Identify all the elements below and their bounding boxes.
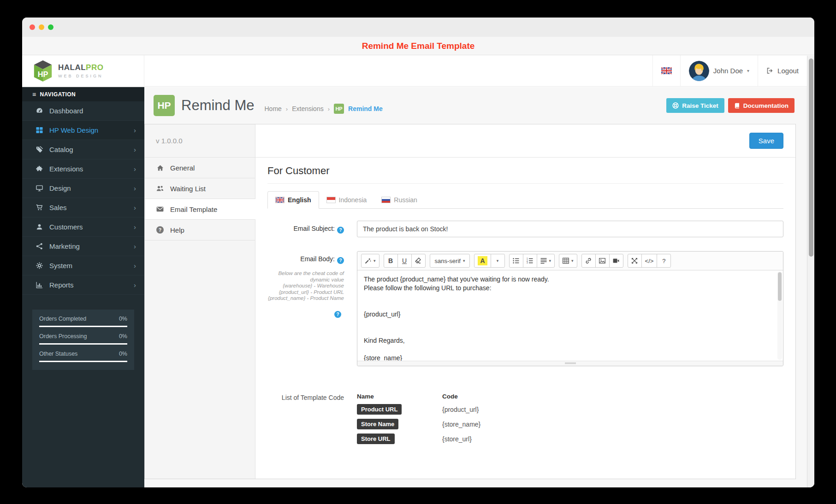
video-button[interactable] xyxy=(609,254,623,268)
editor-help-button[interactable]: ? xyxy=(657,254,671,268)
image-button[interactable] xyxy=(595,254,610,268)
stat-value: 0% xyxy=(119,333,127,340)
menu-item-waiting-list[interactable]: Waiting List xyxy=(145,178,255,199)
sidebar-item-sales[interactable]: Sales › xyxy=(22,198,144,217)
sidebar-item-customers[interactable]: Customers › xyxy=(22,217,144,237)
editor-scrollbar[interactable] xyxy=(777,271,782,360)
breadcrumb: Home › Extensions › HP Remind Me xyxy=(265,104,383,114)
sidebar-item-dashboard[interactable]: Dashboard xyxy=(22,101,144,121)
editor-scrollbar-thumb[interactable] xyxy=(778,272,782,301)
progress-bar xyxy=(39,361,127,362)
logout-button[interactable]: Logout xyxy=(758,55,807,86)
help-tooltip-icon[interactable]: ? xyxy=(334,311,341,318)
font-family-dropdown[interactable]: sans-serif▾ xyxy=(430,254,470,268)
section-divider xyxy=(267,183,783,184)
underline-button[interactable]: U xyxy=(397,254,412,268)
numbered-list-icon: 123 xyxy=(527,258,533,264)
resize-grip-icon xyxy=(565,363,576,365)
save-button[interactable]: Save xyxy=(749,133,783,149)
user-icon xyxy=(34,223,44,230)
breadcrumb-separator: › xyxy=(328,105,330,112)
user-menu[interactable]: John Doe ▾ xyxy=(680,55,758,86)
chevron-right-icon: › xyxy=(134,242,136,250)
sidebar-item-system[interactable]: System › xyxy=(22,256,144,275)
sidebar-item-catalog[interactable]: Catalog › xyxy=(22,140,144,159)
stat-value: 0% xyxy=(119,351,127,357)
sidebar-item-extensions[interactable]: Extensions › xyxy=(22,159,144,179)
link-button[interactable] xyxy=(581,254,596,268)
breadcrumb-separator: › xyxy=(286,105,288,112)
paragraph-align-dropdown-button[interactable]: ▾ xyxy=(537,254,555,268)
email-body-editable[interactable]: The product {product_name} that you've w… xyxy=(357,270,783,361)
style-wand-dropdown-button[interactable]: ▾ xyxy=(361,254,379,268)
editor-toolbar: ▾ B U xyxy=(357,252,783,270)
help-tooltip-icon[interactable]: ? xyxy=(337,257,344,264)
sidebar-item-design[interactable]: Design › xyxy=(22,179,144,198)
template-codes-row: List of Template Code Name Code Product … xyxy=(267,393,783,444)
app-window: Remind Me Email Template HP HALALPRO WEB… xyxy=(22,18,814,487)
font-color-button[interactable]: A xyxy=(474,254,491,268)
email-body-label: Email Body:? Below are the cheat code of… xyxy=(267,251,344,366)
language-flag-button[interactable] xyxy=(652,55,680,86)
top-header: HP HALALPRO WEB DESIGN xyxy=(22,55,814,87)
menu-item-help[interactable]: ? Help xyxy=(145,220,255,240)
uk-flag-icon xyxy=(275,197,285,203)
tags-icon xyxy=(34,146,44,153)
gear-icon xyxy=(34,262,44,269)
brand-logo[interactable]: HP HALALPRO WEB DESIGN xyxy=(22,55,144,86)
sidebar-item-marketing[interactable]: Marketing › xyxy=(22,237,144,256)
sidebar-item-reports[interactable]: Reports › xyxy=(22,275,144,295)
code-view-button[interactable]: </> xyxy=(641,254,658,268)
table-dropdown-button[interactable]: ▾ xyxy=(559,254,577,268)
email-subject-input[interactable] xyxy=(357,221,783,237)
email-subject-row: Email Subject:? xyxy=(267,221,783,237)
stat-other-statuses: Other Statuses0% xyxy=(39,351,127,362)
table-row: Store Name {store_name} xyxy=(357,419,783,429)
breadcrumb-home-link[interactable]: Home xyxy=(265,105,282,112)
dashboard-icon xyxy=(34,107,44,114)
page-scrollbar[interactable] xyxy=(807,56,814,487)
close-window-button[interactable] xyxy=(30,24,35,30)
editor-resize-bar[interactable] xyxy=(357,361,783,366)
logout-label: Logout xyxy=(777,67,799,75)
clear-format-button[interactable] xyxy=(411,254,426,268)
chevron-right-icon: › xyxy=(134,126,136,134)
tab-english[interactable]: English xyxy=(267,191,319,209)
stat-orders-completed: Orders Completed0% xyxy=(39,316,127,327)
help-tooltip-icon[interactable]: ? xyxy=(337,227,344,234)
video-icon xyxy=(613,258,619,264)
documentation-button[interactable]: Documentation xyxy=(728,98,794,113)
menu-item-general[interactable]: General xyxy=(145,158,255,178)
sidebar-item-hp-web-design[interactable]: HP Web Design › xyxy=(22,121,144,140)
chevron-right-icon: › xyxy=(134,223,136,231)
code-name-badge: Store URL xyxy=(357,434,395,444)
fullscreen-button[interactable] xyxy=(628,254,642,268)
tab-russian[interactable]: Russian xyxy=(374,191,425,209)
raise-ticket-button[interactable]: Raise Ticket xyxy=(666,98,724,113)
puzzle-icon xyxy=(34,165,44,172)
breadcrumb-extensions-link[interactable]: Extensions xyxy=(292,105,323,112)
font-color-caret-button[interactable]: ▾ xyxy=(491,254,505,268)
ordered-list-button[interactable]: 123 xyxy=(523,254,537,268)
page-scrollbar-thumb[interactable] xyxy=(809,59,813,257)
uk-flag-icon xyxy=(661,67,672,74)
unordered-list-button[interactable] xyxy=(509,254,523,268)
bullet-list-icon xyxy=(513,258,519,264)
book-icon xyxy=(734,103,740,109)
zoom-window-button[interactable] xyxy=(48,24,53,30)
menu-item-email-template[interactable]: Email Template xyxy=(145,199,255,220)
settings-side-menu: v 1.0.0.0 General Waiting List xyxy=(145,124,255,479)
bold-button[interactable]: B xyxy=(384,254,398,268)
stat-value: 0% xyxy=(119,316,127,322)
eraser-icon xyxy=(415,258,421,264)
minimize-window-button[interactable] xyxy=(39,24,44,30)
menu-bars-icon: ≡ xyxy=(32,91,36,98)
sidebar: ≡ NAVIGATION Dashboard HP Web Design › C… xyxy=(22,87,144,487)
chevron-down-icon: ▾ xyxy=(747,68,749,73)
content-area: HP Remind Me Home › Extensions › HP Remi… xyxy=(144,87,814,487)
chevron-right-icon: › xyxy=(134,262,136,270)
template-codes-label: List of Template Code xyxy=(267,393,344,444)
tab-indonesia[interactable]: Indonesia xyxy=(319,191,374,209)
language-tabs: English Indonesia Russian xyxy=(267,191,783,209)
fullscreen-arrows-icon xyxy=(631,258,638,264)
